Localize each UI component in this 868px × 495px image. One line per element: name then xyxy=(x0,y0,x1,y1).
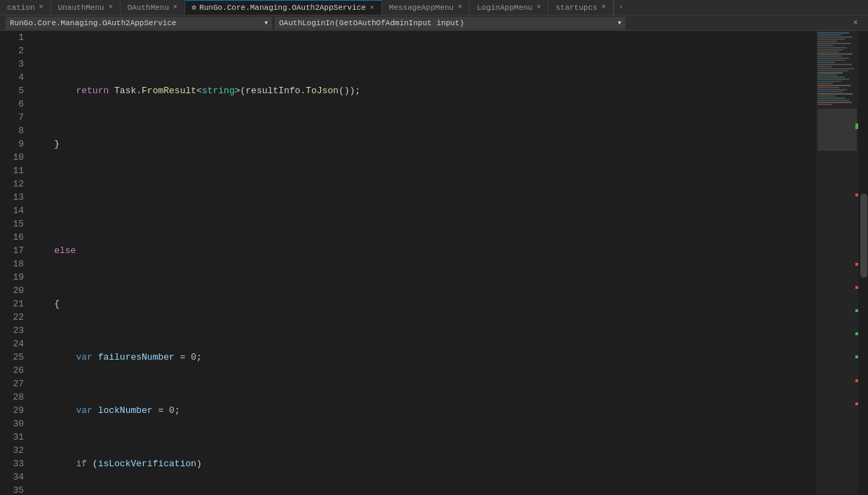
tab-label: startupcs xyxy=(555,4,597,12)
tab-cation[interactable]: cation × xyxy=(0,0,51,15)
code-line: else xyxy=(32,244,816,257)
close-icon[interactable]: × xyxy=(458,4,462,11)
tab-startupcs[interactable]: startupcs × xyxy=(548,0,613,15)
dropdown-arrow-icon: ▼ xyxy=(264,20,268,26)
code-line: var failuresNumber = 0; xyxy=(32,351,816,364)
tab-messageappmenu[interactable]: MessageAppMenu × xyxy=(382,0,470,15)
close-icon[interactable]: × xyxy=(370,4,374,12)
code-area[interactable]: return Task.FromResult<string>(resultInf… xyxy=(29,31,816,495)
close-icon[interactable]: × xyxy=(39,4,43,11)
close-icon[interactable]: × xyxy=(602,4,606,11)
tab-label: cation xyxy=(7,4,35,12)
file-icon: ⚙ xyxy=(192,4,196,12)
tab-oauth2appservice[interactable]: ⚙ RunGo.Core.Managing.OAuth2AppService × xyxy=(185,0,382,15)
tab-loginappmenu[interactable]: LoginAppMenu × xyxy=(470,0,548,15)
code-line: } xyxy=(32,137,816,151)
minimap[interactable] xyxy=(816,31,858,495)
tab-label: MessageAppMenu xyxy=(389,4,454,12)
nav-right-label: OAuthLoginIn(GetOAuthOfAdminInput input) xyxy=(279,19,464,27)
tab-label: OAuthMenu xyxy=(128,4,169,12)
close-icon[interactable]: × xyxy=(536,4,541,11)
minimap-content xyxy=(816,31,858,495)
code-line xyxy=(32,191,816,204)
nav-bar: RunGo.Core.Managing.OAuth2AppService ▼ O… xyxy=(0,15,868,31)
close-icon[interactable]: × xyxy=(109,4,113,11)
line-numbers: 1 2 3 4 5 6 7 8 9 10 11 12 13 14 15 16 1… xyxy=(0,31,29,495)
breadcrumb-right[interactable]: OAuthLoginIn(GetOAuthOfAdminInput input)… xyxy=(275,17,625,29)
nav-close-button[interactable]: × xyxy=(848,18,862,28)
code-line: if (isLockVerification) xyxy=(32,457,816,470)
tab-label: LoginAppMenu xyxy=(477,4,532,12)
tab-unauthmenu[interactable]: UnauthMenu × xyxy=(51,0,121,15)
tab-label: UnauthMenu xyxy=(58,4,104,12)
editor-window: cation × UnauthMenu × OAuthMenu × ⚙ RunG… xyxy=(0,0,868,495)
tab-label: RunGo.Core.Managing.OAuth2AppService xyxy=(199,4,366,12)
close-icon: × xyxy=(853,18,857,28)
close-icon[interactable]: × xyxy=(173,4,177,11)
tab-bar: cation × UnauthMenu × OAuthMenu × ⚙ RunG… xyxy=(0,0,868,15)
scrollbar-thumb[interactable] xyxy=(860,194,867,278)
code-line: { xyxy=(32,297,816,311)
chevron-right-icon: › xyxy=(618,4,623,11)
editor-container: 1 2 3 4 5 6 7 8 9 10 11 12 13 14 15 16 1… xyxy=(0,31,868,495)
code-line: var lockNumber = 0; xyxy=(32,404,816,417)
code-lines: return Task.FromResult<string>(resultInf… xyxy=(32,31,816,495)
tab-scroll-right[interactable]: › xyxy=(613,0,628,15)
tab-oauthmenu[interactable]: OAuthMenu × xyxy=(121,0,185,15)
code-line: return Task.FromResult<string>(resultInf… xyxy=(32,84,816,97)
breadcrumb-left[interactable]: RunGo.Core.Managing.OAuth2AppService ▼ xyxy=(6,17,272,29)
nav-left-label: RunGo.Core.Managing.OAuth2AppService xyxy=(10,19,177,27)
vertical-scrollbar[interactable] xyxy=(858,31,868,495)
dropdown-arrow-icon: ▼ xyxy=(618,20,621,26)
